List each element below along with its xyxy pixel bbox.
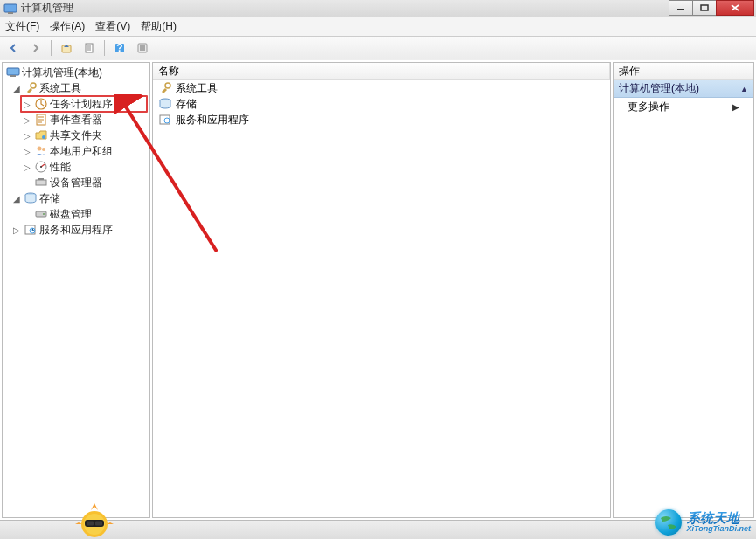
expand-icon[interactable]: ▷ (11, 225, 22, 235)
submenu-arrow-icon: ▶ (732, 102, 739, 112)
refresh-button[interactable] (133, 39, 152, 57)
column-header-name[interactable]: 名称 (153, 63, 610, 80)
svg-point-18 (40, 166, 42, 168)
title-bar: 计算机管理 (0, 0, 756, 17)
globe-icon (655, 509, 682, 536)
svg-rect-9 (7, 68, 19, 75)
svg-rect-22 (36, 211, 46, 217)
tree-label: 存储 (39, 191, 60, 206)
client-area: 计算机管理(本地) ◢ 系统工具 ▷ 任务计划程序 ▷ 事件查看器 ▷ 共享文件… (0, 59, 756, 520)
actions-header: 操作 (614, 63, 753, 80)
expand-icon[interactable]: ◢ (11, 194, 22, 204)
performance-icon (34, 160, 48, 174)
actions-section-label: 计算机管理(本地) (619, 81, 699, 96)
watermark-cn: 系统天地 (687, 511, 752, 526)
expand-icon[interactable]: ▷ (22, 162, 32, 172)
tree-label: 性能 (50, 160, 71, 175)
svg-rect-0 (4, 4, 17, 12)
nav-back-button[interactable] (3, 39, 23, 57)
actions-section[interactable]: 计算机管理(本地) ▲ (614, 80, 753, 98)
properties-button[interactable] (80, 39, 99, 57)
storage-icon (158, 97, 172, 111)
tree-shared-folders[interactable]: ▷ 共享文件夹 (3, 128, 149, 143)
svg-rect-34 (87, 522, 94, 526)
svg-rect-3 (701, 5, 708, 10)
expand-icon[interactable]: ▷ (22, 100, 32, 109)
menu-bar: 文件(F) 操作(A) 查看(V) 帮助(H) (0, 17, 756, 37)
minimize-button[interactable] (669, 0, 693, 16)
actions-panel: 操作 计算机管理(本地) ▲ 更多操作 ▶ (613, 62, 754, 518)
tree-device-manager[interactable]: 设备管理器 (3, 175, 149, 190)
svg-rect-19 (36, 180, 46, 185)
tree-performance[interactable]: ▷ 性能 (3, 159, 149, 175)
storage-icon (24, 191, 38, 205)
tree-panel: 计算机管理(本地) ◢ 系统工具 ▷ 任务计划程序 ▷ 事件查看器 ▷ 共享文件… (2, 62, 150, 518)
tree-disk-mgmt[interactable]: 磁盘管理 (3, 206, 149, 222)
tree-system-tools[interactable]: ◢ 系统工具 (3, 80, 149, 96)
window-title: 计算机管理 (21, 1, 753, 16)
list-item[interactable]: 存储 (153, 96, 610, 112)
list-item[interactable]: 系统工具 (153, 80, 610, 96)
event-icon (34, 113, 48, 127)
expand-icon[interactable]: ▷ (22, 115, 32, 125)
tree-label: 共享文件夹 (50, 128, 102, 143)
app-icon (3, 2, 17, 16)
computer-icon (6, 66, 20, 79)
tree-label: 任务计划程序 (50, 97, 113, 112)
tree-label: 计算机管理(本地) (22, 66, 102, 80)
tree-storage[interactable]: ◢ 存储 (3, 190, 149, 206)
menu-file[interactable]: 文件(F) (5, 19, 39, 34)
window-controls (669, 0, 754, 16)
tree-event-viewer[interactable]: ▷ 事件查看器 (3, 112, 149, 128)
svg-point-15 (38, 147, 42, 151)
watermark: 系统天地 XiTongTianDi.net (655, 509, 752, 536)
nav-tree: 计算机管理(本地) ◢ 系统工具 ▷ 任务计划程序 ▷ 事件查看器 ▷ 共享文件… (3, 63, 149, 239)
tree-label: 服务和应用程序 (39, 223, 113, 238)
tree-task-scheduler[interactable]: ▷ 任务计划程序 (20, 95, 148, 113)
help-button[interactable]: ? (110, 39, 129, 57)
folder-share-icon (34, 128, 48, 142)
close-button[interactable] (716, 0, 754, 16)
up-button[interactable] (57, 39, 76, 57)
action-more[interactable]: 更多操作 ▶ (614, 98, 753, 115)
tree-label: 事件查看器 (50, 113, 102, 128)
expand-icon[interactable]: ▷ (22, 147, 32, 156)
expand-icon[interactable]: ◢ (11, 84, 22, 93)
tree-label: 磁盘管理 (50, 207, 92, 222)
svg-point-23 (43, 213, 45, 215)
list-item[interactable]: 服务和应用程序 (153, 112, 610, 128)
watermark-en: XiTongTianDi.net (687, 525, 752, 534)
action-label: 更多操作 (628, 100, 669, 114)
clock-icon (34, 97, 48, 111)
tools-icon (158, 81, 172, 95)
list-label: 服务和应用程序 (176, 113, 249, 128)
tree-root[interactable]: 计算机管理(本地) (3, 65, 149, 80)
svg-rect-20 (38, 178, 44, 180)
tree-services-apps[interactable]: ▷ 服务和应用程序 (3, 222, 149, 238)
menu-action[interactable]: 操作(A) (50, 19, 85, 34)
maximize-button[interactable] (692, 0, 717, 16)
tools-icon (24, 81, 38, 95)
svg-point-16 (42, 148, 45, 151)
menu-view[interactable]: 查看(V) (95, 19, 130, 34)
toolbar-separator (104, 40, 105, 56)
expand-icon[interactable]: ▷ (22, 131, 32, 141)
menu-help[interactable]: 帮助(H) (141, 19, 177, 34)
svg-text:?: ? (116, 42, 122, 54)
tree-local-users[interactable]: ▷ 本地用户和组 (3, 143, 149, 159)
svg-rect-2 (677, 9, 684, 10)
list-panel: 名称 系统工具 存储 服务和应用程序 (152, 62, 611, 518)
nav-forward-button[interactable] (26, 39, 45, 57)
svg-rect-1 (8, 12, 13, 14)
toolbar-separator (51, 40, 52, 56)
svg-rect-35 (95, 522, 102, 526)
sun-decoration (72, 501, 117, 539)
svg-point-26 (165, 83, 170, 88)
list-label: 存储 (176, 97, 197, 112)
list-label: 系统工具 (176, 81, 218, 96)
tree-label: 设备管理器 (50, 176, 102, 190)
collapse-icon: ▲ (740, 85, 748, 93)
tree-label: 系统工具 (39, 81, 81, 96)
services-icon (24, 223, 38, 237)
svg-rect-10 (10, 75, 16, 77)
